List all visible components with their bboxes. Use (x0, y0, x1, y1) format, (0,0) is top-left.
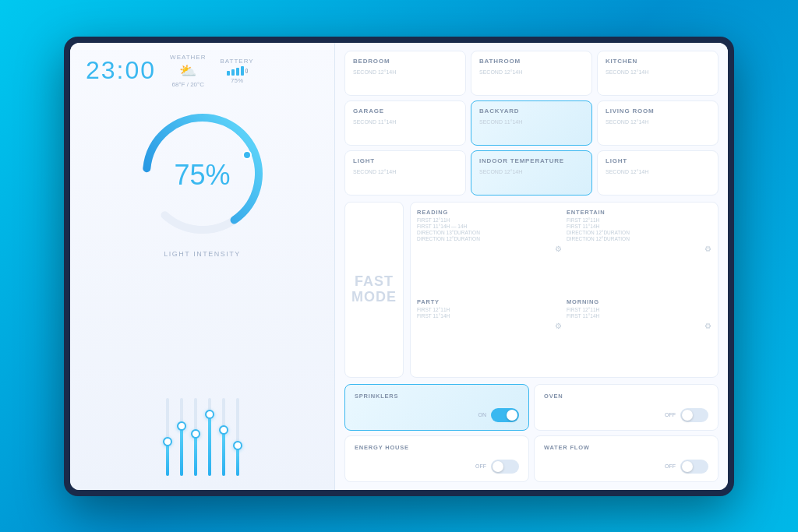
toggle-energy-house-thumb (493, 461, 503, 472)
room-light2[interactable]: LIGHT SECOND 12°14H (597, 150, 719, 196)
switch-energy-house-title: ENERGY HOUSE (355, 444, 519, 451)
switch-energy-house[interactable]: ENERGY HOUSE OFF (344, 435, 529, 482)
svg-point-2 (243, 151, 251, 159)
gear-entertain-icon[interactable]: ⚙ (704, 245, 711, 253)
slider-3[interactable] (194, 382, 197, 476)
switches-area: SPRINKLERS ON OVEN OFF (344, 384, 719, 482)
toggle-sprinklers-thumb (507, 410, 517, 421)
switch-water-flow-title: WATER FLOW (544, 444, 708, 451)
room-light1[interactable]: LIGHT SECOND 12°14H (344, 150, 466, 196)
mode-party-title: PARTY (417, 298, 562, 305)
room-garage[interactable]: GARAGE SECOND 11°14H (344, 100, 466, 146)
toggle-water-flow[interactable] (680, 460, 708, 474)
gauge-label: LIGHT INTENSITY (164, 250, 240, 258)
mode-morning-gear[interactable]: ⚙ (567, 322, 711, 330)
fast-mode-area: FAST MODE READING FIRST 12°11H FIRST 11°… (344, 202, 719, 378)
switch-oven-title: OVEN (544, 393, 708, 400)
switch-sprinklers[interactable]: SPRINKLERS ON (344, 384, 529, 431)
slider-2-fill (180, 429, 183, 476)
weather-icon: ⛅ (179, 62, 196, 79)
toggle-energy-house[interactable] (491, 460, 519, 474)
mode-morning-line1: FIRST 12°11H (567, 307, 711, 312)
mode-party-gear[interactable]: ⚙ (417, 322, 562, 330)
tablet: 23:00 WEATHER ⛅ 68°F / 20°C BATTERY (64, 37, 734, 496)
slider-1[interactable] (166, 382, 169, 476)
slider-3-thumb[interactable] (191, 429, 200, 439)
battery-icon (227, 66, 248, 76)
battery-bar-2 (231, 69, 235, 76)
gauge-container: 75% LIGHT INTENSITY (70, 96, 334, 375)
room-living-room[interactable]: LIVING ROOM SECOND 12°14H (597, 100, 719, 146)
mode-entertain[interactable]: ENTERTAIN FIRST 12°11H FIRST 11°14H DIRE… (567, 209, 711, 294)
slider-3-track (194, 398, 197, 476)
weather-block: WEATHER ⛅ 68°F / 20°C (170, 54, 206, 88)
room-backyard[interactable]: BACKYARD SECOND 11°14H (471, 100, 592, 146)
slider-6-thumb[interactable] (233, 441, 242, 450)
room-kitchen[interactable]: KITCHEN SECOND 12°14H (597, 51, 719, 96)
room-bathroom[interactable]: BATHROOM SECOND 12°14H (471, 51, 592, 96)
slider-5[interactable] (222, 382, 225, 476)
switch-sprinklers-label: ON (478, 412, 487, 417)
mode-morning-title: MORNING (567, 298, 711, 305)
switch-sprinklers-title: SPRINKLERS (355, 393, 519, 400)
switch-oven-row: OFF (544, 408, 708, 422)
mode-morning-lines: FIRST 12°11H FIRST 11°14H (567, 307, 711, 319)
battery-pct: 75% (231, 77, 243, 84)
gear-morning-icon[interactable]: ⚙ (704, 322, 711, 330)
header: 23:00 WEATHER ⛅ 68°F / 20°C BATTERY (70, 43, 334, 96)
mode-reading-line1: FIRST 12°11H (417, 217, 562, 223)
slider-1-fill (166, 445, 169, 476)
battery-bar-1 (227, 71, 230, 76)
sliders-section (70, 375, 334, 490)
slider-1-track (166, 398, 169, 476)
slider-5-fill (222, 433, 225, 476)
gauge-center: 75% (174, 159, 230, 192)
right-panel: BEDROOM SECOND 12°14H BATHROOM SECOND 12… (335, 43, 728, 490)
battery-bar-3 (236, 68, 239, 76)
mode-reading-title: READING (417, 209, 562, 216)
gear-reading-icon[interactable]: ⚙ (555, 245, 562, 253)
mode-entertain-line4: DIRECTION 12°DURATION (567, 236, 711, 241)
mode-reading[interactable]: READING FIRST 12°11H FIRST 11°14H — 14H … (417, 209, 562, 294)
mode-morning[interactable]: MORNING FIRST 12°11H FIRST 11°14H ⚙ (567, 298, 711, 371)
toggle-oven[interactable] (680, 408, 708, 422)
mode-reading-line3: DIRECTION 13°DURATION (417, 230, 562, 235)
mode-entertain-line2: FIRST 11°14H (567, 224, 711, 229)
switch-sprinklers-row: ON (355, 408, 519, 422)
rooms-grid: BEDROOM SECOND 12°14H BATHROOM SECOND 12… (344, 51, 719, 196)
slider-6[interactable] (236, 382, 239, 476)
battery-bars (227, 66, 244, 76)
battery-bar-4 (241, 66, 244, 76)
slider-4-thumb[interactable] (205, 410, 214, 419)
slider-5-thumb[interactable] (219, 425, 228, 435)
room-bedroom[interactable]: BEDROOM SECOND 12°14H (344, 51, 466, 96)
slider-2-thumb[interactable] (177, 421, 186, 431)
gauge-percent: 75% (174, 159, 230, 192)
room-indoor-temp[interactable]: INDOOR TEMPERATURE SECOND 12°14H (471, 150, 592, 196)
slider-6-track (236, 398, 239, 476)
mode-party[interactable]: PARTY FIRST 12°11H FIRST 11°14H ⚙ (417, 298, 562, 371)
mode-reading-gear[interactable]: ⚙ (417, 245, 562, 253)
switch-oven[interactable]: OVEN OFF (534, 384, 719, 431)
mode-morning-line2: FIRST 11°14H (567, 313, 711, 319)
battery-tip (245, 69, 248, 73)
fast-mode-details: READING FIRST 12°11H FIRST 11°14H — 14H … (410, 202, 719, 378)
toggle-sprinklers[interactable] (491, 408, 519, 422)
slider-2[interactable] (180, 382, 183, 476)
mode-party-lines: FIRST 12°11H FIRST 11°14H (417, 307, 562, 319)
switch-water-flow-row: OFF (544, 460, 708, 474)
slider-4-fill (208, 417, 211, 476)
mode-entertain-gear[interactable]: ⚙ (567, 245, 711, 253)
mode-reading-lines: FIRST 12°11H FIRST 11°14H — 14H DIRECTIO… (417, 217, 562, 241)
switch-water-flow[interactable]: WATER FLOW OFF (534, 435, 719, 482)
gauge-wrap: 75% (132, 104, 273, 244)
slider-4[interactable] (208, 382, 211, 476)
mode-party-line1: FIRST 12°11H (417, 307, 562, 312)
slider-4-track (208, 398, 211, 476)
slider-1-thumb[interactable] (163, 437, 172, 446)
toggle-oven-thumb (682, 410, 693, 421)
left-panel: 23:00 WEATHER ⛅ 68°F / 20°C BATTERY (70, 43, 335, 490)
gear-party-icon[interactable]: ⚙ (555, 322, 562, 330)
switch-energy-house-row: OFF (355, 460, 519, 474)
switch-water-flow-label: OFF (665, 463, 676, 469)
